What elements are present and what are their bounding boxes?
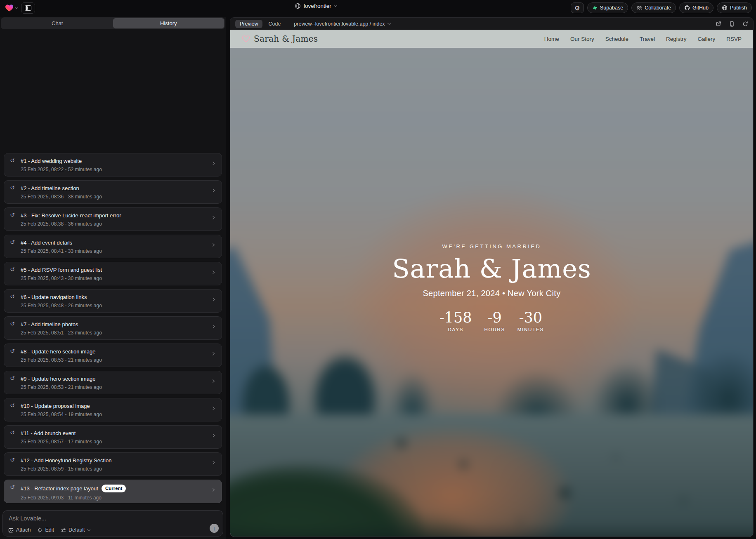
- history-restore-icon: ↺: [10, 239, 15, 245]
- chevron-right-icon: [211, 407, 215, 410]
- project-name: lovefrontier: [304, 3, 331, 9]
- site-nav: Home Our Story Schedule Travel Registry …: [544, 36, 742, 42]
- countdown-value: -158: [439, 311, 472, 325]
- site-nav-link[interactable]: Registry: [666, 36, 687, 42]
- history-item[interactable]: ↺ #3 - Fix: Resolve Lucide-react import …: [4, 207, 222, 231]
- settings-button[interactable]: ⚙: [571, 2, 584, 13]
- tab-code[interactable]: Code: [267, 20, 282, 28]
- publish-button[interactable]: Publish: [717, 2, 752, 13]
- history-item[interactable]: ↺ #6 - Update navigation links 25 Feb 20…: [4, 289, 222, 313]
- history-restore-icon: ↺: [10, 430, 15, 435]
- history-item-title: #12 - Add Honeyfund Registry Section: [21, 457, 111, 464]
- supabase-icon: [592, 5, 598, 11]
- history-item[interactable]: ↺ #13 - Refactor index page layout Curre…: [4, 480, 222, 503]
- site-logo[interactable]: Sarah & James: [242, 34, 318, 44]
- tab-history[interactable]: History: [113, 18, 224, 28]
- chevron-right-icon: [211, 352, 215, 355]
- edit-label: Edit: [45, 527, 54, 533]
- mode-selector[interactable]: Default: [61, 527, 90, 533]
- history-item[interactable]: ↺ #4 - Add event details 25 Feb 2025, 08…: [4, 235, 222, 258]
- history-item-timestamp: 25 Feb 2025, 09:03 - 11 minutes ago: [21, 495, 208, 501]
- tab-preview[interactable]: Preview: [235, 20, 262, 28]
- history-item-timestamp: 25 Feb 2025, 08:59 - 15 minutes ago: [21, 466, 208, 472]
- open-in-new-window-button[interactable]: [716, 21, 721, 27]
- history-item[interactable]: ↺ #9 - Update hero section image 25 Feb …: [4, 371, 222, 394]
- history-restore-icon: ↺: [10, 185, 15, 191]
- site-nav-link[interactable]: RSVP: [726, 36, 742, 42]
- history-item-title: #7 - Add timeline photos: [21, 321, 78, 327]
- site-nav-link[interactable]: Schedule: [605, 36, 628, 42]
- arrow-up-icon: ↑: [213, 526, 216, 531]
- edit-button[interactable]: Edit: [37, 527, 54, 533]
- lovable-heart-icon: [5, 4, 14, 12]
- countdown-label: HOURS: [483, 327, 507, 332]
- hero-eyebrow: WE'RE GETTING MARRIED: [230, 243, 753, 249]
- chevron-right-icon: [211, 434, 215, 437]
- history-item-title: #6 - Update navigation links: [21, 294, 87, 300]
- history-item-timestamp: 25 Feb 2025, 08:36 - 38 minutes ago: [21, 194, 208, 200]
- chevron-right-icon: [211, 379, 215, 383]
- chevron-right-icon: [211, 162, 215, 165]
- history-item-timestamp: 25 Feb 2025, 08:53 - 21 minutes ago: [21, 357, 208, 363]
- history-item-title: #13 - Refactor index page layout: [21, 485, 98, 492]
- history-restore-icon: ↺: [10, 212, 15, 218]
- site-nav-link[interactable]: Travel: [640, 36, 655, 42]
- history-restore-icon: ↺: [10, 158, 15, 163]
- site-nav-link[interactable]: Gallery: [697, 36, 715, 42]
- collaborate-button[interactable]: Collaborate: [631, 2, 676, 13]
- countdown: -158 DAYS -9 HOURS -30 MINUTES: [230, 311, 753, 332]
- sidebar-toggle-button[interactable]: [21, 2, 35, 14]
- project-switcher[interactable]: lovefrontier: [295, 3, 337, 9]
- history-restore-icon: ↺: [10, 457, 15, 463]
- history-item-timestamp: 25 Feb 2025, 08:38 - 36 minutes ago: [21, 221, 208, 227]
- history-item[interactable]: ↺ #12 - Add Honeyfund Registry Section 2…: [4, 452, 222, 476]
- site-nav-link[interactable]: Home: [544, 36, 559, 42]
- collaborate-label: Collaborate: [645, 5, 671, 11]
- lovable-logo-menu[interactable]: [5, 4, 18, 12]
- site-nav-link[interactable]: Our Story: [570, 36, 594, 42]
- history-restore-icon: ↺: [10, 348, 15, 354]
- chevron-down-icon: [387, 21, 390, 25]
- chevron-down-icon: [87, 527, 90, 531]
- preview-panel: Preview Code preview--lovefrontier.lovab…: [230, 17, 754, 537]
- github-icon: [684, 5, 690, 11]
- preview-url[interactable]: preview--lovefrontier.lovable.app / inde…: [294, 21, 390, 27]
- history-item[interactable]: ↺ #1 - Add wedding website 25 Feb 2025, …: [4, 153, 222, 177]
- history-item[interactable]: ↺ #11 - Add brunch event 25 Feb 2025, 08…: [4, 425, 222, 449]
- history-item[interactable]: ↺ #10 - Update proposal image 25 Feb 202…: [4, 398, 222, 421]
- history-item-timestamp: 25 Feb 2025, 08:43 - 30 minutes ago: [21, 275, 208, 281]
- chevron-right-icon: [211, 461, 215, 464]
- history-item[interactable]: ↺ #2 - Add timeline section 25 Feb 2025,…: [4, 180, 222, 204]
- people-icon: [636, 5, 642, 11]
- countdown-cell: -30 MINUTES: [517, 311, 544, 332]
- chevron-right-icon: [211, 189, 215, 192]
- history-item[interactable]: ↺ #8 - Update hero section image 25 Feb …: [4, 344, 222, 367]
- history-item[interactable]: ↺ #5 - Add RSVP form and guest list 25 F…: [4, 262, 222, 285]
- site-logo-text: Sarah & James: [254, 34, 318, 44]
- ask-lovable-input[interactable]: [9, 515, 190, 522]
- chat-history-sidebar: Chat History ↺ #1 - Add wedding website …: [0, 17, 226, 539]
- github-button[interactable]: GitHub: [679, 2, 713, 13]
- target-icon: [37, 527, 43, 533]
- history-item-timestamp: 25 Feb 2025, 08:41 - 33 minutes ago: [21, 248, 208, 254]
- history-restore-icon: ↺: [10, 484, 15, 490]
- history-item-timestamp: 25 Feb 2025, 08:57 - 17 minutes ago: [21, 439, 208, 445]
- history-item-title: #4 - Add event details: [21, 240, 72, 246]
- hero-date-location: September 21, 2024 • New York City: [230, 289, 753, 298]
- history-item-timestamp: 25 Feb 2025, 08:51 - 23 minutes ago: [21, 330, 208, 336]
- history-item-title: #2 - Add timeline section: [21, 185, 79, 191]
- tab-chat[interactable]: Chat: [2, 18, 113, 28]
- attach-label: Attach: [16, 527, 31, 533]
- history-item-timestamp: 25 Feb 2025, 08:22 - 52 minutes ago: [21, 167, 208, 172]
- countdown-label: DAYS: [439, 327, 472, 332]
- chevron-down-icon: [15, 6, 18, 9]
- history-item-timestamp: 25 Feb 2025, 08:54 - 19 minutes ago: [21, 412, 208, 417]
- supabase-button[interactable]: Supabase: [587, 2, 628, 13]
- mobile-preview-button[interactable]: [729, 21, 735, 27]
- attach-button[interactable]: Attach: [8, 527, 31, 533]
- refresh-button[interactable]: [742, 21, 748, 27]
- panel-left-icon: [25, 5, 31, 11]
- send-button[interactable]: ↑: [210, 524, 219, 533]
- heart-outline-icon: [242, 35, 250, 42]
- history-item[interactable]: ↺ #7 - Add timeline photos 25 Feb 2025, …: [4, 316, 222, 340]
